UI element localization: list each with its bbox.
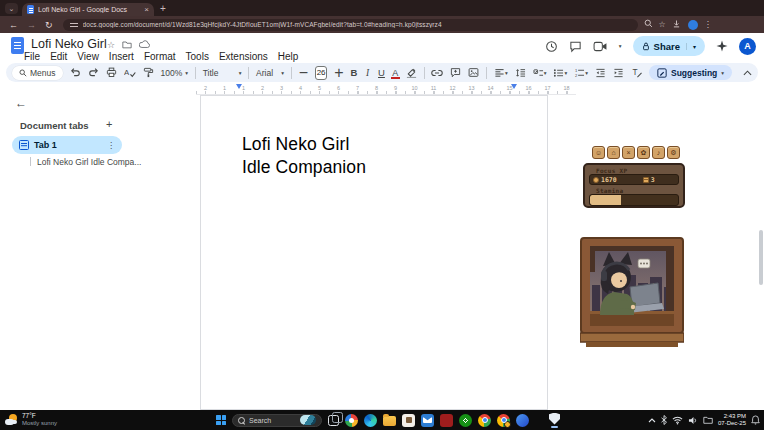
menu-edit[interactable]: Edit bbox=[50, 51, 67, 62]
widget-button-cat[interactable]: ☺ bbox=[592, 146, 605, 159]
document-heading[interactable]: Lofi Neko Girl Idle Companion bbox=[242, 133, 366, 180]
chrome-icon[interactable] bbox=[478, 414, 491, 427]
text-color-button[interactable]: A bbox=[392, 68, 399, 78]
xbox-icon[interactable] bbox=[459, 414, 472, 427]
photos-icon[interactable] bbox=[345, 414, 358, 427]
clear-formatting-button[interactable]: T bbox=[631, 67, 642, 78]
taskbar-search[interactable]: Search bbox=[232, 414, 322, 427]
wifi-icon[interactable] bbox=[672, 416, 683, 425]
widget-button-game[interactable]: × bbox=[622, 146, 635, 159]
widget-button-music[interactable]: ♪ bbox=[652, 146, 665, 159]
tab-close-icon[interactable]: × bbox=[144, 6, 149, 14]
gemini-sparkle-icon[interactable] bbox=[716, 40, 728, 52]
chevron-up-icon[interactable] bbox=[648, 418, 656, 423]
font-size-increase-button[interactable]: + bbox=[334, 64, 343, 82]
left-indent-marker[interactable] bbox=[236, 84, 242, 89]
tab-search-button[interactable]: ⌄ bbox=[5, 3, 18, 14]
underline-button[interactable]: U bbox=[378, 67, 385, 78]
chrome-profile-icon[interactable] bbox=[497, 414, 510, 427]
align-select[interactable]: ▾ bbox=[494, 68, 508, 78]
browser-avatar[interactable] bbox=[688, 20, 698, 30]
phone-link-icon[interactable] bbox=[516, 414, 529, 427]
insert-image-button[interactable] bbox=[468, 67, 479, 78]
add-comment-button[interactable] bbox=[450, 67, 461, 78]
share-caret-icon[interactable]: ▾ bbox=[686, 43, 696, 50]
document-page[interactable]: Lofi Neko Girl Idle Companion bbox=[200, 95, 548, 410]
clock[interactable]: 2:43 PM 07-Dec-25 bbox=[718, 413, 746, 427]
ruler[interactable]: 21123456789101112131415161718 bbox=[196, 84, 576, 95]
redo-button[interactable] bbox=[88, 67, 99, 78]
comments-icon[interactable] bbox=[569, 40, 582, 53]
outline-heading-item[interactable]: Lofi Neko Girl Idle Compa... bbox=[37, 157, 141, 167]
store-icon[interactable] bbox=[402, 414, 415, 427]
version-history-icon[interactable] bbox=[545, 40, 558, 53]
paint-format-button[interactable] bbox=[143, 67, 154, 78]
highlight-color-button[interactable] bbox=[406, 67, 417, 78]
tab-options-kebab-icon[interactable]: ⋮ bbox=[107, 141, 115, 150]
zoom-select[interactable]: 100% ▾ bbox=[161, 68, 189, 78]
star-document-icon[interactable]: ☆ bbox=[107, 40, 115, 50]
document-title[interactable]: Lofi Neko Girl bbox=[31, 37, 107, 51]
numbered-list-button[interactable]: 12▾ bbox=[574, 68, 588, 78]
checklist-button[interactable]: ▾ bbox=[533, 68, 547, 78]
browser-menu-kebab-icon[interactable]: ⋮ bbox=[704, 20, 712, 29]
weather-widget[interactable]: 77°F Mostly sunny bbox=[5, 412, 57, 427]
sidebar-back-button[interactable]: ← bbox=[15, 96, 27, 110]
mail-icon[interactable] bbox=[421, 414, 434, 427]
site-info-icon[interactable] bbox=[70, 21, 78, 28]
widget-button-flower[interactable]: ✿ bbox=[637, 146, 650, 159]
task-view-icon[interactable] bbox=[328, 415, 339, 426]
widget-button-settings[interactable]: ⚙ bbox=[667, 146, 680, 159]
line-spacing-button[interactable] bbox=[515, 68, 526, 78]
editing-mode-select[interactable]: Suggesting ▾ bbox=[649, 65, 732, 80]
decrease-indent-button[interactable] bbox=[595, 68, 606, 78]
share-button[interactable]: Share ▾ bbox=[633, 36, 705, 56]
browser-tab[interactable]: Lofi Neko Girl - Google Docs × bbox=[22, 3, 154, 16]
back-icon[interactable]: ← bbox=[9, 20, 18, 30]
bookmark-star-icon[interactable]: ☆ bbox=[659, 20, 666, 29]
lofi-girl-artwork[interactable] bbox=[580, 237, 684, 352]
active-app[interactable] bbox=[549, 413, 560, 428]
menu-tools[interactable]: Tools bbox=[186, 51, 209, 62]
docs-logo-icon[interactable] bbox=[11, 37, 24, 54]
forward-icon[interactable]: → bbox=[27, 20, 36, 30]
add-tab-button[interactable]: + bbox=[106, 118, 112, 130]
meet-caret-icon[interactable]: ▾ bbox=[619, 43, 622, 49]
cloud-status-icon[interactable] bbox=[139, 40, 150, 51]
menus-search-button[interactable]: Menus bbox=[12, 66, 63, 80]
media-app-icon[interactable] bbox=[440, 414, 453, 427]
menu-file[interactable]: File bbox=[24, 51, 40, 62]
bulleted-list-button[interactable]: ▾ bbox=[553, 68, 567, 78]
volume-icon[interactable] bbox=[688, 416, 698, 425]
edge-icon[interactable] bbox=[364, 414, 377, 427]
start-icon[interactable] bbox=[216, 415, 226, 425]
menu-help[interactable]: Help bbox=[278, 51, 299, 62]
increase-indent-button[interactable] bbox=[613, 68, 624, 78]
reload-icon[interactable]: ↻ bbox=[45, 20, 53, 30]
print-button[interactable] bbox=[106, 67, 117, 78]
font-size-decrease-button[interactable]: − bbox=[299, 64, 308, 82]
menu-extensions[interactable]: Extensions bbox=[219, 51, 268, 62]
bold-button[interactable]: B bbox=[350, 67, 357, 78]
menu-insert[interactable]: Insert bbox=[109, 51, 134, 62]
italic-button[interactable]: I bbox=[364, 68, 371, 78]
right-indent-marker[interactable] bbox=[511, 84, 517, 89]
new-tab-button[interactable]: + bbox=[160, 4, 166, 14]
collapse-toolbar-button[interactable] bbox=[743, 70, 752, 76]
font-size-input[interactable]: 26 bbox=[315, 66, 327, 80]
vertical-scrollbar[interactable] bbox=[759, 230, 763, 285]
meet-video-icon[interactable] bbox=[593, 41, 608, 52]
menu-format[interactable]: Format bbox=[144, 51, 176, 62]
menu-view[interactable]: View bbox=[77, 51, 99, 62]
url-bar[interactable]: docs.google.com/document/d/1Wzd81e3qHfcj… bbox=[63, 19, 638, 31]
undo-button[interactable] bbox=[70, 67, 81, 78]
download-icon[interactable] bbox=[672, 19, 681, 30]
tray-folder-icon[interactable] bbox=[703, 416, 713, 424]
paragraph-style-select[interactable]: Title ▾ bbox=[203, 68, 242, 78]
move-to-folder-icon[interactable] bbox=[122, 40, 132, 51]
spellcheck-button[interactable]: A bbox=[124, 67, 136, 78]
bell-icon[interactable] bbox=[751, 415, 760, 425]
bluetooth-icon[interactable] bbox=[661, 415, 667, 425]
insert-link-button[interactable] bbox=[431, 68, 443, 78]
widget-button-home[interactable]: ⌂ bbox=[607, 146, 620, 159]
